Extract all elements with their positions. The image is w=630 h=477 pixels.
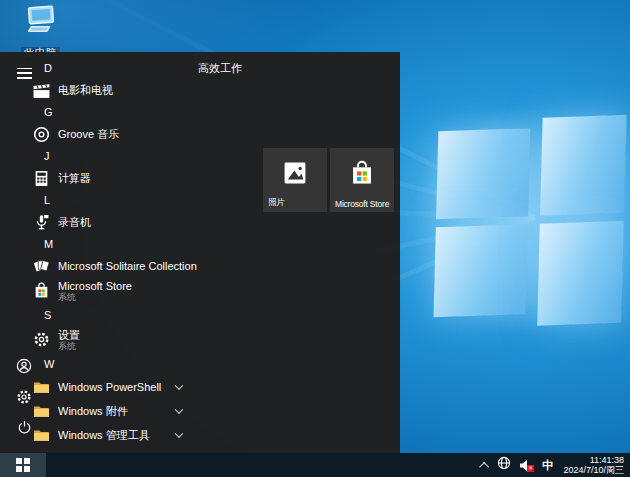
logo-pane — [540, 115, 627, 216]
tray-overflow-button[interactable] — [482, 453, 489, 477]
hamburger-icon — [17, 68, 32, 79]
clock-time: 11:41:38 — [590, 455, 624, 466]
clock-date: 2024/7/10/周三 — [563, 465, 624, 476]
chevron-down-icon[interactable] — [175, 382, 183, 390]
power-icon — [17, 420, 32, 439]
store-icon — [349, 160, 375, 190]
tile-grid: 照片Microsoft Store — [263, 148, 394, 212]
photos-icon — [282, 160, 308, 190]
expand-menu-button[interactable] — [0, 58, 48, 88]
logo-pane — [537, 221, 624, 326]
taskbar: ✕ 中 11:41:38 2024/7/10/周三 — [0, 453, 630, 477]
logo-pane — [433, 224, 527, 317]
ime-indicator[interactable]: 中 — [542, 453, 554, 477]
chevron-down-icon[interactable] — [175, 406, 183, 414]
app-item-label: Windows 附件 — [58, 405, 128, 417]
start-tile[interactable]: 照片 — [263, 148, 327, 212]
gear-icon — [16, 389, 32, 409]
power-button[interactable] — [0, 414, 48, 445]
tile-label: Microsoft Store — [335, 199, 391, 209]
network-globe-icon — [497, 456, 511, 474]
computer-icon — [21, 25, 59, 42]
mute-badge: ✕ — [527, 465, 534, 472]
volume-muted-icon: ✕ — [519, 458, 534, 472]
app-item-label: 设置 — [58, 329, 80, 341]
chevron-down-icon[interactable] — [175, 430, 183, 438]
tile-label: 照片 — [268, 197, 324, 209]
taskbar-clock[interactable]: 11:41:38 2024/7/10/周三 — [561, 455, 626, 476]
network-status-button[interactable] — [497, 453, 511, 477]
app-item-label: Microsoft Solitaire Collection — [58, 260, 197, 272]
app-item-sublabel: 系统 — [58, 292, 132, 302]
app-item-label: Groove 音乐 — [58, 128, 119, 140]
app-item-label: 电影和电视 — [58, 84, 113, 96]
windows-logo-icon — [16, 458, 30, 472]
start-menu: D电影和电视GGroove 音乐J计算器L录音机MMicrosoft Solit… — [0, 52, 400, 453]
user-account-button[interactable] — [0, 352, 48, 383]
settings-button[interactable] — [0, 383, 48, 414]
system-tray: ✕ 中 11:41:38 2024/7/10/周三 — [482, 453, 630, 477]
app-item-sublabel: 系统 — [58, 341, 80, 351]
start-nav-rail — [0, 52, 48, 453]
app-item-label: Windows PowerShell — [58, 381, 161, 393]
volume-button[interactable]: ✕ — [519, 453, 534, 477]
start-button[interactable] — [0, 453, 46, 477]
app-item-label: 录音机 — [58, 216, 91, 228]
windows-hero-logo — [433, 113, 630, 324]
user-icon — [16, 358, 32, 378]
logo-pane — [436, 128, 530, 219]
tile-group-header[interactable]: 高效工作 — [198, 61, 242, 76]
ime-label: 中 — [542, 458, 554, 473]
app-item-label: 计算器 — [58, 172, 91, 184]
app-item-label: Microsoft Store — [58, 280, 132, 292]
app-item-label: Windows 管理工具 — [58, 429, 150, 441]
chevron-up-icon — [479, 461, 489, 471]
start-tile[interactable]: Microsoft Store — [330, 148, 394, 212]
